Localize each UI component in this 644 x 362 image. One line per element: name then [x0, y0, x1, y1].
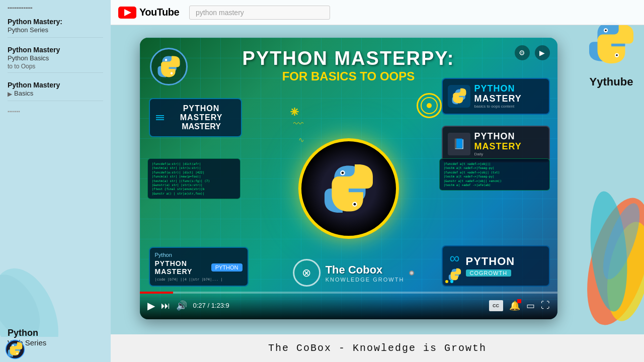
- video-thumbnail: PYTHON MASTERPY: FOR BASICS TO OOPS: [140, 38, 557, 319]
- sidebar-top-label: ▪▪▪▪▪▪▪▪▪▪▪▪▪▪: [8, 5, 103, 11]
- video-player[interactable]: PYTHON MASTERPY: FOR BASICS TO OOPS: [140, 38, 557, 319]
- infinity-icon: ∞: [450, 250, 460, 266]
- volume-button[interactable]: 🔊: [176, 301, 187, 310]
- bottom-caption-text: The CoBox - Knowledge is Growth: [268, 342, 487, 354]
- card-bottom-left-subtitle: Python: [155, 252, 243, 258]
- youtube-wordmark: YouTube: [139, 7, 179, 18]
- sidebar-item-3-icon: ▶: [8, 90, 12, 98]
- sidebar-item-1-title: Python Mastery:: [8, 17, 103, 26]
- svg-point-1: [12, 344, 14, 346]
- sidebar-python-logo: [5, 339, 25, 359]
- svg-point-15: [170, 72, 172, 74]
- cobox-text: The Cobox KNOWLEDGE GROWTH: [326, 263, 405, 283]
- card-right-bottom-text: PYTHON COGROWTH: [466, 255, 515, 277]
- sidebar-item-3[interactable]: Python Mastery ▶ Basics: [8, 78, 103, 101]
- card-bottom-left-content: PYTHON MASTERY PYTHON: [155, 259, 243, 276]
- card-right-mid-text: PYTHON MASTERY Daily: [474, 132, 522, 156]
- sidebar-item-1-subtitle: Python Series: [8, 26, 103, 35]
- card-right-bottom-icons: ∞: [448, 250, 462, 282]
- dot-blue: [450, 280, 453, 283]
- video-title: PYTHON MASTERPY: FOR BASICS TO OOPS: [243, 48, 455, 83]
- sidebar-item-2[interactable]: Python Mastery Python Basics to to Oops: [8, 43, 103, 73]
- right-controls: CC 🔔 ▭ ⛶: [489, 300, 550, 311]
- fullscreen-button[interactable]: ⛶: [541, 300, 550, 311]
- sidebar-item-1[interactable]: Python Mastery: Python Series: [8, 15, 103, 38]
- dna-decoration-3: ∿: [298, 136, 304, 144]
- youtube-header: YouTube: [111, 0, 644, 25]
- cobox-icon: ⊗: [293, 259, 320, 287]
- card-right-top-icon: [448, 85, 470, 108]
- video-container: PYTHON MASTERPY: FOR BASICS TO OOPS: [111, 25, 644, 332]
- dna-decoration-2: 〰: [293, 118, 303, 130]
- play-button[interactable]: ▶: [147, 301, 155, 311]
- sidebar-item-2-title: Python Mastery: [8, 45, 103, 54]
- youtube-icon: [118, 7, 136, 19]
- video-title-sub: FOR BASICS TO OOPS: [243, 69, 455, 83]
- youtube-logo[interactable]: YouTube: [118, 7, 179, 19]
- card-right-top-text: PYTHON MASTERY basics to oops content: [474, 84, 522, 109]
- progress-bar-container[interactable]: [140, 292, 557, 294]
- card-right-mid-icon: 📘: [448, 133, 470, 155]
- video-top-controls[interactable]: ⚙ ▶: [515, 45, 550, 60]
- svg-point-2: [16, 352, 18, 354]
- cobox-dot: [409, 270, 414, 276]
- time-display: 0:27 / 1:23:9: [193, 302, 229, 309]
- small-python-logo-tl: [150, 48, 188, 85]
- sidebar-footer-line1: Python: [8, 328, 46, 338]
- notification-badge: [517, 299, 521, 303]
- video-more-icon[interactable]: ▶: [535, 45, 550, 60]
- cogrowth-badge: COGROWTH: [466, 269, 512, 277]
- progress-bar-fill: [140, 292, 173, 294]
- code-block-left: |funcdef(a:str)| |dict(afr| |testm(a) st…: [147, 158, 240, 199]
- svg-point-19: [353, 203, 356, 206]
- sidebar-item-2-subtitle: Python Basics: [8, 54, 103, 63]
- video-controls: ▶ ⏭ 🔊 0:27 / 1:23:9 CC 🔔 ▭ ⛶: [140, 292, 557, 319]
- video-settings-icon[interactable]: ⚙: [515, 45, 530, 60]
- card-bottom-left: Python PYTHON MASTERY PYTHON |code |b74|…: [149, 247, 249, 287]
- bottom-caption-bar: The CoBox - Knowledge is Growth: [111, 334, 644, 362]
- card-dots: [445, 280, 453, 283]
- card-right-bottom: ∞ PYTHON COGROWTH: [442, 245, 550, 287]
- card-mastery-text: PYTHON MASTERY MASTERY: [168, 104, 235, 131]
- captions-button[interactable]: CC: [489, 300, 503, 311]
- target-circle-decoration: [417, 93, 442, 118]
- card-mastery-left: PYTHON MASTERY MASTERY: [149, 98, 242, 137]
- book-icon: 📘: [453, 138, 465, 150]
- sidebar-item-3-title: Python Mastery: [8, 80, 103, 89]
- skip-button[interactable]: ⏭: [161, 301, 170, 310]
- search-input[interactable]: [189, 6, 330, 20]
- left-sidebar: ▪▪▪▪▪▪▪▪▪▪▪▪▪▪ Python Mastery: Python Se…: [0, 0, 111, 362]
- python-badge: PYTHON: [211, 263, 243, 272]
- card-bottom-left-code: |code |b74| ||4 ||str |b74|... |: [155, 278, 243, 282]
- python-logo-center: [298, 138, 399, 239]
- sidebar-item-2-sub2: to to Oops: [8, 63, 103, 70]
- sidebar-item-3-subtitle: Basics: [14, 89, 33, 98]
- card-right-top: PYTHON MASTERY basics to oops content: [442, 78, 550, 115]
- card-lines-icon: [156, 115, 164, 120]
- dot-yellow: [445, 280, 448, 283]
- video-title-main: PYTHON MASTERPY:: [243, 48, 455, 69]
- cobox-card: ⊗ The Cobox KNOWLEDGE GROWTH: [293, 259, 405, 287]
- card-right-mid: 📘 PYTHON MASTERY Daily: [442, 126, 550, 162]
- code-block-right: |funcdef a|t +adef—>|obj|| |testm a|t +a…: [439, 158, 550, 191]
- sidebar-mid-label: ▪▪▪▪▪▪▪: [8, 109, 103, 114]
- miniplayer-button[interactable]: ▭: [526, 300, 535, 311]
- notifications-button[interactable]: 🔔: [509, 300, 520, 311]
- svg-point-18: [341, 171, 344, 174]
- svg-point-14: [165, 59, 167, 61]
